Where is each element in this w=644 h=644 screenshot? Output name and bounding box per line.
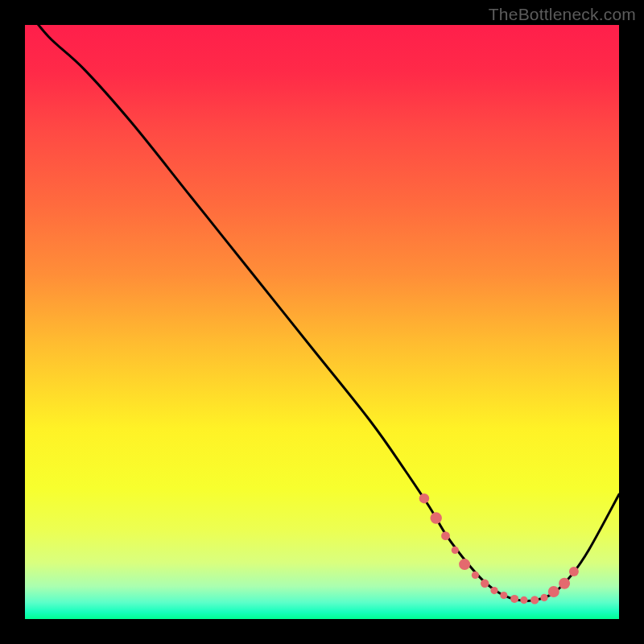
marker-point bbox=[419, 493, 429, 503]
marker-point bbox=[500, 592, 507, 599]
marker-point bbox=[530, 596, 539, 604]
marker-point bbox=[520, 597, 527, 604]
highlight-markers bbox=[419, 493, 579, 605]
marker-point bbox=[481, 580, 489, 588]
plot-area bbox=[25, 25, 619, 619]
marker-point bbox=[459, 559, 470, 570]
marker-point bbox=[510, 595, 518, 603]
marker-point bbox=[559, 578, 570, 589]
marker-point bbox=[452, 547, 459, 554]
attribution-label: TheBottleneck.com bbox=[489, 5, 636, 24]
marker-point bbox=[490, 587, 497, 594]
marker-point bbox=[441, 531, 450, 540]
curve-line bbox=[25, 25, 619, 601]
marker-point bbox=[548, 586, 559, 597]
chart-svg bbox=[25, 25, 619, 619]
marker-point bbox=[540, 594, 547, 601]
marker-point bbox=[569, 567, 579, 576]
marker-point bbox=[431, 512, 442, 523]
marker-point bbox=[472, 572, 479, 579]
chart-stage: TheBottleneck.com bbox=[0, 0, 644, 644]
